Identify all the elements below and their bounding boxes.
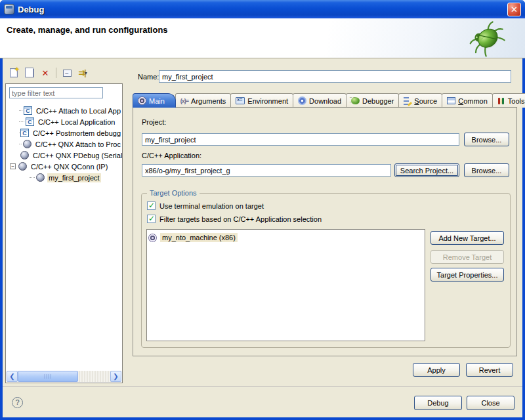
filter-configurations-button[interactable]: ⇉| ▾ [76,66,89,79]
qnx-target-icon [20,151,29,159]
application-label: C/C++ Application: [142,152,201,159]
tools-tab-icon [497,97,505,105]
main-tab-icon [138,96,146,105]
delete-configuration-button[interactable]: ✕ [39,66,52,79]
collapse-all-button[interactable]: − [60,66,74,79]
sidebar-toolbar: ✦ ✕ − ⇉| ▾ [5,64,123,82]
dialog-header-title: Create, manage, and run configurations [7,25,168,35]
name-input[interactable] [159,70,511,83]
common-tab-icon [447,97,455,104]
target-machine-icon [148,234,157,242]
duplicate-icon [27,69,34,77]
tab-download[interactable]: Download [293,93,346,108]
tree-item-my-first-project[interactable]: my_first_project [6,172,122,183]
tab-tools[interactable]: Tools [492,93,525,108]
filter-targets-checkbox-row[interactable]: Filter targets based on C/C++ Applicatio… [147,215,322,223]
close-window-button[interactable]: ✕ [507,3,521,16]
duplicate-configuration-button[interactable] [23,66,36,79]
titlebar[interactable]: Debug ✕ [0,0,525,18]
config-tab-bar: Main (x)= Arguments Environment Download… [133,93,517,108]
project-input[interactable] [142,133,459,146]
tree-item-postmortem[interactable]: C C/C++ Postmortem debugg [6,127,122,138]
footer-separator [3,386,522,387]
terminal-emulation-checkbox-row[interactable]: Use terminal emulation on target [147,201,264,210]
configuration-tree: C C/C++ Attach to Local App C C/C++ Loca… [6,105,122,183]
tree-item-local-application[interactable]: C C/C++ Local Application [6,116,122,127]
c-application-icon: C [24,106,32,115]
scroll-left-arrow-icon[interactable]: ❮ [7,371,18,382]
project-browse-button[interactable]: Browse... [464,133,509,146]
apply-button[interactable]: Apply [413,363,460,377]
window-title: Debug [18,5,507,14]
debug-window-icon [4,4,14,14]
beetle-image [459,20,513,58]
tree-item-attach-local[interactable]: C C/C++ Attach to Local App [6,105,122,116]
target-properties-button[interactable]: Target Properties... [430,268,504,282]
revert-button[interactable]: Revert [466,363,513,377]
collapse-expander-icon[interactable]: − [10,163,16,169]
qnx-target-icon [23,140,32,148]
configuration-editor: Name: Main (x)= Arguments Environment Do… [129,64,520,384]
debug-dialog: Debug ✕ Create, manage, and run configur… [0,0,525,420]
application-input[interactable] [142,164,391,177]
tab-arguments[interactable]: (x)= Arguments [175,93,231,108]
add-new-target-button[interactable]: Add New Target... [430,231,504,245]
scroll-right-arrow-icon[interactable]: ❯ [110,371,121,382]
tree-item-qnx-pdebug[interactable]: C/C++ QNX PDebug (Serial [6,150,122,161]
target-list-item[interactable]: my_nto_machine (x86) [148,232,423,243]
qnx-target-icon [18,162,27,171]
toolbar-separator [56,68,56,78]
terminal-emulation-checkbox[interactable] [147,201,156,210]
tree-item-qnx-attach[interactable]: C/C++ QNX Attach to Proc [6,138,122,150]
help-button[interactable]: ? [12,397,23,408]
tree-horizontal-scrollbar[interactable]: ❮ ❯ [7,371,121,382]
new-configuration-button[interactable]: ✦ [7,66,20,79]
tree-item-qnx-qconn[interactable]: − C/C++ QNX QConn (IP) [6,161,122,172]
configuration-tree-panel: C C/C++ Attach to Local App C C/C++ Loca… [5,83,123,383]
target-list[interactable]: my_nto_machine (x86) [146,229,425,341]
launch-config-sidebar: ✦ ✕ − ⇉| ▾ C C/C++ Attac [5,64,123,384]
c-application-icon: C [26,117,34,126]
project-label: Project: [142,118,166,126]
search-project-button[interactable]: Search Project... [394,163,459,177]
target-options-group: Target Options Use terminal emulation on… [141,193,511,348]
dialog-header: Create, manage, and run configurations [0,18,525,58]
tab-common[interactable]: Common [442,93,493,108]
source-tab-icon [404,97,411,105]
filter-text-input[interactable] [9,87,103,98]
close-button[interactable]: Close [467,396,514,410]
collapse-all-icon: − [63,70,72,77]
tab-main[interactable]: Main [133,93,176,108]
tab-debugger[interactable]: Debugger [346,93,399,108]
main-tab-content: Project: Browse... C/C++ Application: Se… [133,107,517,356]
debugger-tab-icon [351,97,360,104]
name-label: Name: [129,73,159,81]
c-application-icon: C [20,129,29,137]
debug-button[interactable]: Debug [414,396,462,410]
target-options-title: Target Options [147,189,200,197]
remove-target-button[interactable]: Remove Target [430,250,504,264]
qnx-target-icon [36,173,45,182]
tab-environment[interactable]: Environment [230,93,293,108]
filter-dropdown-caret-icon: ▾ [85,70,87,76]
delete-icon: ✕ [42,68,49,78]
environment-tab-icon [236,97,245,104]
filter-targets-checkbox[interactable] [147,215,156,223]
tab-source[interactable]: Source [398,93,442,108]
scrollbar-thumb[interactable] [18,371,78,382]
new-configuration-icon: ✦ [10,68,18,77]
arguments-tab-icon: (x)= [180,98,188,104]
download-tab-icon [298,96,306,105]
application-browse-button[interactable]: Browse... [464,163,509,177]
